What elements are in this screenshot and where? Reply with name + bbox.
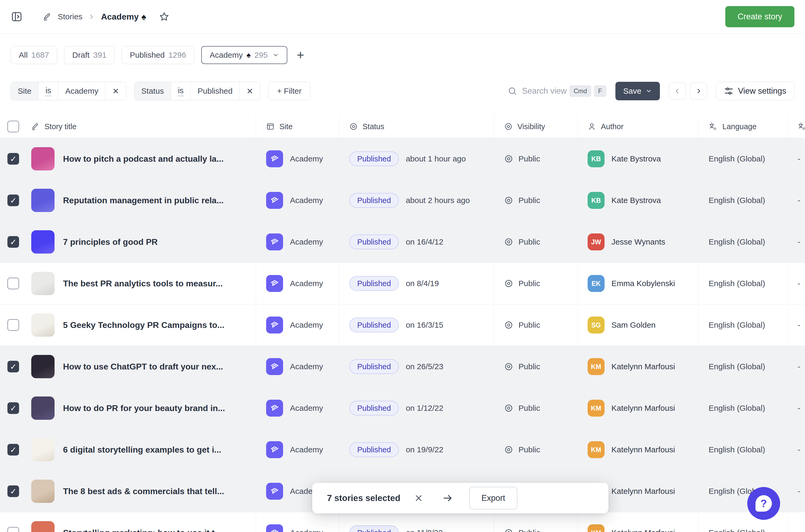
filter-operator[interactable]: is bbox=[39, 82, 58, 100]
column-language[interactable]: A Language bbox=[698, 115, 787, 138]
visibility-icon bbox=[504, 404, 513, 413]
story-title[interactable]: 7 principles of good PR bbox=[63, 237, 157, 247]
author-avatar: KB bbox=[587, 192, 604, 209]
column-visibility[interactable]: Visibility bbox=[494, 115, 577, 138]
filter-value[interactable]: Academy bbox=[58, 82, 106, 100]
more-actions-arrow-icon[interactable] bbox=[442, 493, 453, 504]
author-name: Katelynn Marfousi bbox=[612, 362, 675, 371]
create-story-button[interactable]: Create story bbox=[725, 6, 794, 27]
extra-cell: - bbox=[787, 429, 805, 470]
story-title[interactable]: Reputation management in public rela... bbox=[63, 195, 224, 205]
search-view-input[interactable]: Search view bbox=[508, 86, 567, 96]
language-label: English (Global) bbox=[709, 528, 765, 532]
author-name: Katelynn Marfousi bbox=[612, 404, 675, 413]
story-title[interactable]: How to use ChatGPT to draft your nex... bbox=[63, 362, 223, 372]
sidebar-toggle-icon[interactable] bbox=[11, 11, 23, 23]
save-view-button[interactable]: Save bbox=[615, 82, 660, 100]
site-cell: Academy bbox=[256, 429, 339, 470]
visibility-icon bbox=[504, 445, 513, 454]
row-checkbox[interactable]: ✓ bbox=[7, 361, 19, 373]
breadcrumb-stories-link[interactable]: Stories bbox=[58, 12, 82, 21]
story-title[interactable]: Storytelling marketing: how to use it t.… bbox=[63, 528, 222, 532]
language-label: English (Global) bbox=[709, 321, 765, 329]
selection-count-text: 7 stories selected bbox=[327, 493, 400, 503]
row-checkbox[interactable]: ✓ bbox=[7, 236, 19, 248]
site-logo-icon bbox=[266, 441, 283, 458]
visibility-label: Public bbox=[519, 528, 540, 532]
clear-selection-icon[interactable] bbox=[414, 494, 423, 502]
table-row[interactable]: ✓ 6 digital storytelling examples to get… bbox=[0, 429, 805, 471]
row-checkbox[interactable] bbox=[7, 319, 19, 331]
author-avatar: EK bbox=[587, 275, 604, 292]
tab-draft[interactable]: Draft391 bbox=[64, 46, 115, 64]
column-site[interactable]: Site bbox=[256, 115, 339, 138]
tab-all[interactable]: All1687 bbox=[11, 46, 57, 64]
row-checkbox[interactable]: ✓ bbox=[7, 444, 19, 456]
tab-academy-active[interactable]: Academy ♠ 295 bbox=[201, 46, 287, 64]
row-checkbox[interactable]: ✓ bbox=[7, 486, 19, 497]
remove-filter-icon[interactable]: ✕ bbox=[106, 82, 126, 100]
column-story-title[interactable]: Story title bbox=[0, 115, 256, 138]
visibility-cell: Public bbox=[494, 346, 577, 387]
table-row[interactable]: ✓ How to pitch a podcast and actually la… bbox=[0, 138, 805, 180]
row-checkbox[interactable] bbox=[7, 278, 19, 289]
visibility-cell: Public bbox=[494, 304, 577, 346]
story-title[interactable]: The 8 best ads & commercials that tell..… bbox=[63, 487, 224, 496]
table-row[interactable]: 5 Geeky Technology PR Campaigns to... Ac… bbox=[0, 304, 805, 346]
prev-view-button[interactable] bbox=[669, 82, 686, 99]
author-cell: SG Sam Golden bbox=[577, 304, 698, 346]
pencil-icon bbox=[43, 12, 52, 21]
visibility-label: Public bbox=[519, 362, 540, 371]
chevron-right-icon bbox=[88, 13, 95, 20]
star-icon[interactable] bbox=[159, 12, 169, 22]
column-extra[interactable]: A bbox=[787, 115, 805, 138]
remove-filter-icon[interactable]: ✕ bbox=[240, 82, 260, 100]
row-checkbox[interactable]: ✓ bbox=[7, 194, 19, 206]
search-placeholder: Search view bbox=[522, 86, 567, 96]
table-row[interactable]: ✓ How to do PR for your beauty brand in.… bbox=[0, 387, 805, 429]
row-checkbox[interactable]: ✓ bbox=[7, 153, 19, 165]
table-row[interactable]: ✓ Reputation management in public rela..… bbox=[0, 180, 805, 221]
view-settings-button[interactable]: View settings bbox=[716, 82, 794, 100]
filter-value[interactable]: Published bbox=[191, 82, 240, 100]
filter-field[interactable]: Site bbox=[11, 82, 39, 100]
table-row[interactable]: ✓ 7 principles of good PR Academy Publis… bbox=[0, 221, 805, 263]
site-cell: Academy bbox=[256, 387, 339, 429]
story-title-cell: ✓ 6 digital storytelling examples to get… bbox=[0, 429, 256, 470]
tab-published[interactable]: Published1296 bbox=[121, 46, 194, 64]
add-filter-button[interactable]: + Filter bbox=[268, 82, 310, 100]
next-view-button[interactable] bbox=[690, 82, 707, 99]
table-row[interactable]: The best PR analytics tools to measur...… bbox=[0, 263, 805, 304]
story-title[interactable]: The best PR analytics tools to measur... bbox=[63, 279, 223, 288]
column-author[interactable]: Author bbox=[577, 115, 698, 138]
author-name: Katelynn Marfousi bbox=[612, 487, 675, 496]
author-name: Kate Bystrova bbox=[612, 154, 661, 163]
site-cell: Academy bbox=[256, 180, 339, 221]
export-button[interactable]: Export bbox=[469, 487, 518, 510]
table-row[interactable]: Storytelling marketing: how to use it t.… bbox=[0, 512, 805, 532]
filter-operator[interactable]: is bbox=[171, 82, 191, 100]
extra-value: - bbox=[798, 528, 800, 532]
story-title[interactable]: How to do PR for your beauty brand in... bbox=[63, 403, 225, 413]
filter-field[interactable]: Status bbox=[134, 82, 171, 100]
table-row[interactable]: ✓ How to use ChatGPT to draft your nex..… bbox=[0, 346, 805, 387]
story-title[interactable]: How to pitch a podcast and actually la..… bbox=[63, 154, 224, 164]
select-all-checkbox[interactable] bbox=[7, 121, 19, 132]
language-cell: English (Global) bbox=[698, 180, 787, 221]
status-cell: Published on 8/4/19 bbox=[339, 263, 494, 304]
visibility-icon bbox=[504, 154, 513, 163]
help-button[interactable]: ? bbox=[747, 487, 780, 520]
story-title[interactable]: 6 digital storytelling examples to get i… bbox=[63, 445, 221, 455]
visibility-icon bbox=[504, 362, 513, 371]
svg-text:A: A bbox=[714, 127, 716, 131]
row-checkbox[interactable]: ✓ bbox=[7, 402, 19, 414]
language-label: English (Global) bbox=[709, 279, 765, 288]
status-badge: Published bbox=[349, 151, 399, 166]
row-checkbox[interactable] bbox=[7, 527, 19, 532]
story-title[interactable]: 5 Geeky Technology PR Campaigns to... bbox=[63, 320, 224, 330]
filter-bar: Site is Academy ✕ Status is Published ✕ … bbox=[11, 82, 794, 100]
column-status[interactable]: Status bbox=[339, 115, 494, 138]
site-cell: Academy bbox=[256, 221, 339, 263]
add-view-button[interactable]: + bbox=[297, 49, 304, 61]
stories-table: Story title Site Status Visibility Autho… bbox=[0, 115, 805, 532]
